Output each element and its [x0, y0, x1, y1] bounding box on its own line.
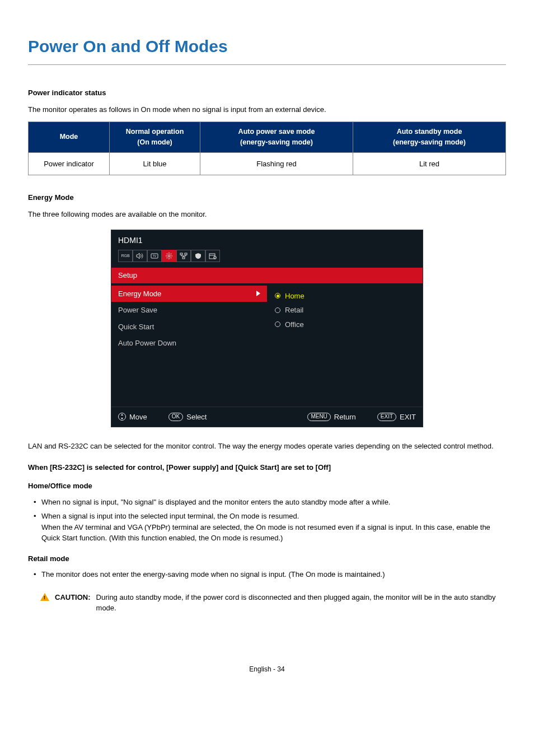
th-normal-a: Normal operation [126, 128, 184, 136]
menu-item-power-save[interactable]: Power Save [111, 302, 267, 319]
osd-panel: HDMI1 RGB TV [111, 230, 423, 427]
svg-rect-13 [182, 257, 185, 259]
tv-icon[interactable]: TV [147, 250, 162, 262]
option-label: Retail [285, 305, 303, 316]
osd-footer: Move OK Select MENU Return EXIT EXIT [111, 407, 423, 427]
speaker-icon[interactable] [133, 250, 147, 262]
th-apsm: Auto power save mode (energy-saving mode… [200, 122, 353, 153]
osd-menu-list: Energy Mode Power Save Quick Start Auto … [111, 283, 267, 407]
retail-heading: Retail mode [28, 553, 506, 564]
hint-select: OK Select [168, 412, 207, 423]
svg-text:TV: TV [153, 254, 157, 258]
list-line: When the AV terminal and VGA (YPbPr) ter… [41, 523, 490, 543]
hint-exit: EXIT EXIT [377, 412, 416, 423]
osd-tab-row: RGB TV [118, 250, 416, 262]
home-office-list: When no signal is input, "No signal" is … [28, 495, 506, 545]
radio-icon [275, 307, 280, 313]
chevron-right-icon [256, 291, 260, 296]
schedule-icon[interactable] [205, 250, 220, 262]
power-indicator-intro: The monitor operates as follows in On mo… [28, 104, 506, 115]
power-indicator-heading: Power indicator status [28, 87, 506, 99]
cell-mode: Power indicator [29, 152, 110, 175]
page-footer: English - 34 [28, 664, 506, 674]
radio-selected-icon [275, 293, 280, 298]
radio-icon [275, 321, 280, 327]
hint-label: Move [129, 412, 147, 423]
title-rule [28, 64, 506, 65]
th-normal-b: (On mode) [137, 138, 172, 146]
option-home[interactable]: Home [275, 289, 415, 304]
hint-label: Return [334, 412, 356, 423]
svg-line-10 [167, 258, 167, 258]
lan-rs232-note: LAN and RS-232C can be selected for the … [28, 441, 506, 452]
hint-label: EXIT [400, 412, 416, 423]
ok-key-icon: OK [168, 413, 183, 421]
menu-item-quick-start[interactable]: Quick Start [111, 319, 267, 335]
th-normal: Normal operation (On mode) [110, 122, 200, 153]
shield-icon[interactable] [191, 250, 205, 262]
table-row: Power indicator Lit blue Flashing red Li… [29, 152, 506, 175]
th-mode: Mode [29, 122, 110, 153]
cell-asm: Lit red [353, 152, 506, 175]
hint-return: MENU Return [307, 412, 355, 423]
option-label: Home [285, 291, 305, 302]
th-apsm-b: (energy-saving mode) [240, 138, 313, 146]
svg-line-7 [167, 254, 167, 254]
svg-line-9 [171, 254, 171, 254]
svg-line-8 [171, 258, 171, 258]
menu-key-icon: MENU [307, 413, 330, 421]
svg-point-2 [168, 255, 170, 257]
list-item: When a signal is input into the selected… [41, 509, 506, 545]
menu-item-auto-power-down[interactable]: Auto Power Down [111, 335, 267, 352]
retail-list: The monitor does not enter the energy-sa… [28, 567, 506, 582]
caution-text: During auto standby mode, if the power c… [96, 592, 506, 614]
menu-item-energy-mode[interactable]: Energy Mode [111, 286, 267, 302]
cell-apsm: Flashing red [200, 152, 353, 175]
gear-icon[interactable] [162, 250, 176, 262]
option-retail[interactable]: Retail [275, 303, 415, 318]
th-asm-b: (energy-saving mode) [393, 138, 466, 146]
hint-move: Move [118, 412, 147, 423]
option-office[interactable]: Office [275, 318, 415, 332]
svg-rect-12 [185, 253, 187, 255]
updown-icon [118, 413, 126, 421]
osd-header: HDMI1 RGB TV [111, 230, 423, 268]
home-office-heading: Home/Office mode [28, 480, 506, 492]
hint-label: Select [186, 412, 207, 423]
exit-key-icon: EXIT [377, 413, 396, 421]
th-asm-a: Auto standby mode [397, 128, 462, 136]
caution-label: CAUTION: [55, 592, 91, 614]
option-label: Office [285, 319, 304, 330]
osd-options: Home Retail Office [267, 283, 423, 407]
network-icon[interactable] [176, 250, 191, 262]
list-line: When a signal is input into the selected… [41, 512, 299, 520]
svg-rect-11 [180, 253, 182, 255]
power-indicator-table: Mode Normal operation (On mode) Auto pow… [28, 122, 506, 175]
list-item: When no signal is input, "No signal" is … [41, 495, 506, 510]
caution-block: CAUTION: During auto standby mode, if th… [28, 592, 506, 614]
energy-mode-intro: The three following modes are available … [28, 209, 506, 220]
menu-item-label: Energy Mode [118, 288, 161, 300]
list-item: The monitor does not enter the energy-sa… [41, 567, 506, 582]
warning-icon [40, 593, 49, 601]
rgb-icon[interactable]: RGB [118, 250, 133, 262]
th-asm: Auto standby mode (energy-saving mode) [353, 122, 506, 153]
page-title: Power On and Off Modes [28, 34, 506, 59]
rs232-heading: When [RS-232C] is selected for control, … [28, 462, 506, 473]
th-apsm-a: Auto power save mode [238, 128, 315, 136]
cell-normal: Lit blue [110, 152, 200, 175]
osd-category: Setup [111, 268, 423, 283]
osd-source-label: HDMI1 [118, 235, 416, 246]
energy-mode-heading: Energy Mode [28, 192, 506, 203]
